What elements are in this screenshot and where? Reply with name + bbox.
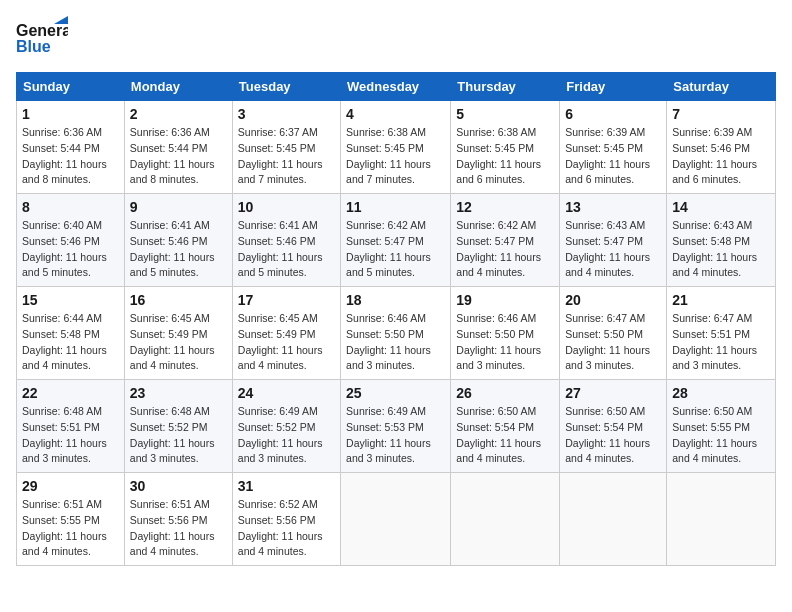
calendar-cell: 4Sunrise: 6:38 AMSunset: 5:45 PMDaylight… [341, 101, 451, 194]
calendar-week-1: 1Sunrise: 6:36 AMSunset: 5:44 PMDaylight… [17, 101, 776, 194]
day-number: 2 [130, 106, 227, 122]
day-number: 21 [672, 292, 770, 308]
day-number: 13 [565, 199, 661, 215]
calendar-cell [341, 473, 451, 566]
day-number: 22 [22, 385, 119, 401]
day-detail: Sunrise: 6:36 AMSunset: 5:44 PMDaylight:… [130, 125, 227, 188]
day-detail: Sunrise: 6:41 AMSunset: 5:46 PMDaylight:… [130, 218, 227, 281]
day-number: 5 [456, 106, 554, 122]
weekday-header-wednesday: Wednesday [341, 73, 451, 101]
day-number: 20 [565, 292, 661, 308]
day-detail: Sunrise: 6:52 AMSunset: 5:56 PMDaylight:… [238, 497, 335, 560]
day-number: 12 [456, 199, 554, 215]
calendar-cell: 11Sunrise: 6:42 AMSunset: 5:47 PMDayligh… [341, 194, 451, 287]
weekday-header-thursday: Thursday [451, 73, 560, 101]
day-number: 14 [672, 199, 770, 215]
day-detail: Sunrise: 6:39 AMSunset: 5:46 PMDaylight:… [672, 125, 770, 188]
day-number: 29 [22, 478, 119, 494]
day-number: 18 [346, 292, 445, 308]
calendar-week-5: 29Sunrise: 6:51 AMSunset: 5:55 PMDayligh… [17, 473, 776, 566]
day-detail: Sunrise: 6:38 AMSunset: 5:45 PMDaylight:… [456, 125, 554, 188]
day-number: 6 [565, 106, 661, 122]
day-number: 27 [565, 385, 661, 401]
weekday-header-friday: Friday [560, 73, 667, 101]
calendar-cell: 1Sunrise: 6:36 AMSunset: 5:44 PMDaylight… [17, 101, 125, 194]
svg-text:General: General [16, 22, 68, 39]
day-number: 19 [456, 292, 554, 308]
calendar-cell: 28Sunrise: 6:50 AMSunset: 5:55 PMDayligh… [667, 380, 776, 473]
day-detail: Sunrise: 6:41 AMSunset: 5:46 PMDaylight:… [238, 218, 335, 281]
calendar-cell: 24Sunrise: 6:49 AMSunset: 5:52 PMDayligh… [232, 380, 340, 473]
day-number: 23 [130, 385, 227, 401]
calendar-cell: 22Sunrise: 6:48 AMSunset: 5:51 PMDayligh… [17, 380, 125, 473]
day-number: 1 [22, 106, 119, 122]
calendar-cell: 5Sunrise: 6:38 AMSunset: 5:45 PMDaylight… [451, 101, 560, 194]
calendar-cell: 20Sunrise: 6:47 AMSunset: 5:50 PMDayligh… [560, 287, 667, 380]
weekday-header-monday: Monday [124, 73, 232, 101]
day-detail: Sunrise: 6:37 AMSunset: 5:45 PMDaylight:… [238, 125, 335, 188]
calendar-cell: 10Sunrise: 6:41 AMSunset: 5:46 PMDayligh… [232, 194, 340, 287]
calendar-table: SundayMondayTuesdayWednesdayThursdayFrid… [16, 72, 776, 566]
day-detail: Sunrise: 6:50 AMSunset: 5:55 PMDaylight:… [672, 404, 770, 467]
calendar-cell: 13Sunrise: 6:43 AMSunset: 5:47 PMDayligh… [560, 194, 667, 287]
day-number: 26 [456, 385, 554, 401]
day-number: 28 [672, 385, 770, 401]
day-detail: Sunrise: 6:50 AMSunset: 5:54 PMDaylight:… [456, 404, 554, 467]
day-number: 25 [346, 385, 445, 401]
calendar-cell: 8Sunrise: 6:40 AMSunset: 5:46 PMDaylight… [17, 194, 125, 287]
day-number: 10 [238, 199, 335, 215]
day-detail: Sunrise: 6:43 AMSunset: 5:48 PMDaylight:… [672, 218, 770, 281]
day-number: 7 [672, 106, 770, 122]
calendar-cell [667, 473, 776, 566]
calendar-cell: 14Sunrise: 6:43 AMSunset: 5:48 PMDayligh… [667, 194, 776, 287]
weekday-header-tuesday: Tuesday [232, 73, 340, 101]
calendar-cell: 29Sunrise: 6:51 AMSunset: 5:55 PMDayligh… [17, 473, 125, 566]
header: General Blue [16, 16, 776, 60]
day-detail: Sunrise: 6:51 AMSunset: 5:55 PMDaylight:… [22, 497, 119, 560]
calendar-cell: 23Sunrise: 6:48 AMSunset: 5:52 PMDayligh… [124, 380, 232, 473]
day-number: 17 [238, 292, 335, 308]
day-detail: Sunrise: 6:39 AMSunset: 5:45 PMDaylight:… [565, 125, 661, 188]
calendar-cell: 27Sunrise: 6:50 AMSunset: 5:54 PMDayligh… [560, 380, 667, 473]
day-detail: Sunrise: 6:49 AMSunset: 5:52 PMDaylight:… [238, 404, 335, 467]
day-number: 9 [130, 199, 227, 215]
day-number: 31 [238, 478, 335, 494]
day-number: 15 [22, 292, 119, 308]
calendar-week-3: 15Sunrise: 6:44 AMSunset: 5:48 PMDayligh… [17, 287, 776, 380]
calendar-cell: 9Sunrise: 6:41 AMSunset: 5:46 PMDaylight… [124, 194, 232, 287]
calendar-cell: 3Sunrise: 6:37 AMSunset: 5:45 PMDaylight… [232, 101, 340, 194]
calendar-week-2: 8Sunrise: 6:40 AMSunset: 5:46 PMDaylight… [17, 194, 776, 287]
day-detail: Sunrise: 6:49 AMSunset: 5:53 PMDaylight:… [346, 404, 445, 467]
calendar-cell: 25Sunrise: 6:49 AMSunset: 5:53 PMDayligh… [341, 380, 451, 473]
day-detail: Sunrise: 6:51 AMSunset: 5:56 PMDaylight:… [130, 497, 227, 560]
calendar-cell [451, 473, 560, 566]
day-detail: Sunrise: 6:45 AMSunset: 5:49 PMDaylight:… [130, 311, 227, 374]
day-detail: Sunrise: 6:36 AMSunset: 5:44 PMDaylight:… [22, 125, 119, 188]
day-number: 30 [130, 478, 227, 494]
calendar-cell: 2Sunrise: 6:36 AMSunset: 5:44 PMDaylight… [124, 101, 232, 194]
calendar-cell: 6Sunrise: 6:39 AMSunset: 5:45 PMDaylight… [560, 101, 667, 194]
day-number: 16 [130, 292, 227, 308]
calendar-cell: 17Sunrise: 6:45 AMSunset: 5:49 PMDayligh… [232, 287, 340, 380]
day-detail: Sunrise: 6:48 AMSunset: 5:51 PMDaylight:… [22, 404, 119, 467]
day-detail: Sunrise: 6:47 AMSunset: 5:50 PMDaylight:… [565, 311, 661, 374]
day-detail: Sunrise: 6:45 AMSunset: 5:49 PMDaylight:… [238, 311, 335, 374]
logo: General Blue [16, 16, 68, 60]
day-detail: Sunrise: 6:47 AMSunset: 5:51 PMDaylight:… [672, 311, 770, 374]
day-number: 3 [238, 106, 335, 122]
calendar-cell: 7Sunrise: 6:39 AMSunset: 5:46 PMDaylight… [667, 101, 776, 194]
day-detail: Sunrise: 6:44 AMSunset: 5:48 PMDaylight:… [22, 311, 119, 374]
calendar-cell: 26Sunrise: 6:50 AMSunset: 5:54 PMDayligh… [451, 380, 560, 473]
calendar-cell [560, 473, 667, 566]
day-number: 8 [22, 199, 119, 215]
calendar-cell: 18Sunrise: 6:46 AMSunset: 5:50 PMDayligh… [341, 287, 451, 380]
calendar-cell: 12Sunrise: 6:42 AMSunset: 5:47 PMDayligh… [451, 194, 560, 287]
logo-icon: General Blue [16, 16, 68, 60]
day-detail: Sunrise: 6:46 AMSunset: 5:50 PMDaylight:… [456, 311, 554, 374]
day-detail: Sunrise: 6:48 AMSunset: 5:52 PMDaylight:… [130, 404, 227, 467]
day-detail: Sunrise: 6:42 AMSunset: 5:47 PMDaylight:… [346, 218, 445, 281]
calendar-cell: 16Sunrise: 6:45 AMSunset: 5:49 PMDayligh… [124, 287, 232, 380]
day-detail: Sunrise: 6:50 AMSunset: 5:54 PMDaylight:… [565, 404, 661, 467]
day-detail: Sunrise: 6:42 AMSunset: 5:47 PMDaylight:… [456, 218, 554, 281]
calendar-cell: 19Sunrise: 6:46 AMSunset: 5:50 PMDayligh… [451, 287, 560, 380]
